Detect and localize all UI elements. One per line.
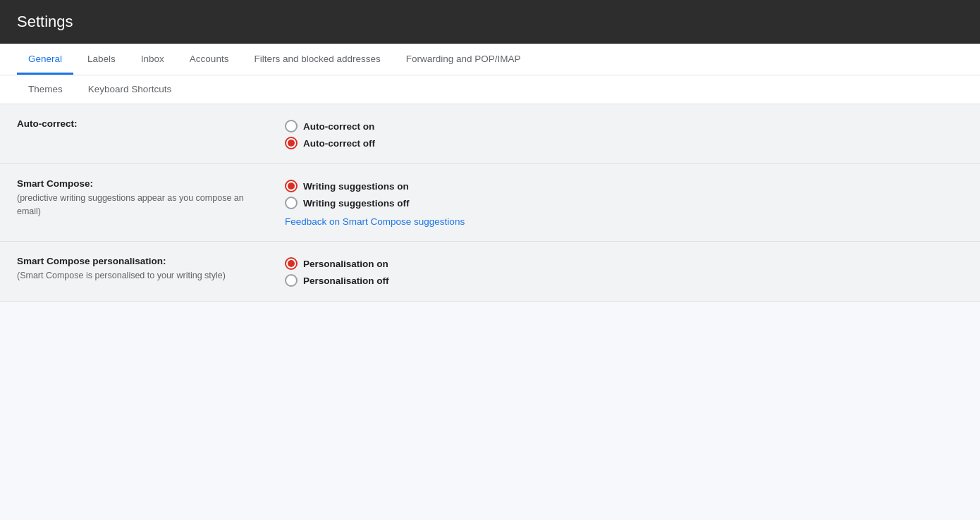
autocorrect-on-radio[interactable] [285,120,298,132]
settings-content: Auto-correct: Auto-correct on Auto-corre… [0,104,980,302]
autocorrect-label: Auto-correct: [17,118,264,129]
writing-off-label[interactable]: Writing suggestions off [303,198,410,209]
personalisation-off-radio[interactable] [285,274,298,287]
secondary-tab-bar: Themes Keyboard Shortcuts [0,75,980,104]
page-title: Settings [17,13,73,30]
tab-filters[interactable]: Filters and blocked addresses [243,44,391,75]
personalisation-on-radio[interactable] [285,257,298,270]
autocorrect-on-option[interactable]: Auto-correct on [285,120,375,132]
autocorrect-off-radio[interactable] [285,137,298,149]
personalisation-on-label[interactable]: Personalisation on [303,259,388,269]
smart-compose-options: Writing suggestions on Writing suggestio… [285,178,465,227]
autocorrect-on-label[interactable]: Auto-correct on [303,121,374,132]
autocorrect-off-option[interactable]: Auto-correct off [285,137,375,149]
smart-compose-label: Smart Compose: [17,178,264,189]
writing-on-option[interactable]: Writing suggestions on [285,180,465,192]
tab-general[interactable]: General [17,44,73,75]
personalisation-description: (Smart Compose is personalised to your w… [17,269,264,283]
autocorrect-options: Auto-correct on Auto-correct off [285,118,375,149]
personalisation-label-col: Smart Compose personalisation: (Smart Co… [17,256,285,283]
smart-compose-label-col: Smart Compose: (predictive writing sugge… [17,178,285,218]
autocorrect-off-label[interactable]: Auto-correct off [303,138,375,149]
tab-forwarding[interactable]: Forwarding and POP/IMAP [395,44,532,75]
personalisation-off-option[interactable]: Personalisation off [285,274,389,287]
personalisation-on-option[interactable]: Personalisation on [285,257,389,270]
tab-labels[interactable]: Labels [76,44,127,75]
writing-on-label[interactable]: Writing suggestions on [303,181,409,192]
primary-tab-bar: General Labels Inbox Accounts Filters an… [0,44,980,75]
autocorrect-setting-row: Auto-correct: Auto-correct on Auto-corre… [0,104,980,164]
personalisation-options: Personalisation on Personalisation off [285,256,389,287]
tab-themes[interactable]: Themes [17,75,74,104]
settings-header: Settings [0,0,980,44]
writing-off-radio[interactable] [285,197,298,209]
smart-compose-description: (predictive writing suggestions appear a… [17,192,264,218]
personalisation-off-label[interactable]: Personalisation off [303,276,389,286]
smart-compose-personalisation-row: Smart Compose personalisation: (Smart Co… [0,242,980,302]
tab-accounts[interactable]: Accounts [178,44,240,75]
smart-compose-feedback-link[interactable]: Feedback on Smart Compose suggestions [285,216,465,227]
tab-inbox[interactable]: Inbox [130,44,176,75]
personalisation-label: Smart Compose personalisation: [17,256,264,266]
autocorrect-label-col: Auto-correct: [17,118,285,129]
writing-off-option[interactable]: Writing suggestions off [285,197,465,209]
writing-on-radio[interactable] [285,180,298,192]
tab-keyboard-shortcuts[interactable]: Keyboard Shortcuts [77,75,183,104]
smart-compose-setting-row: Smart Compose: (predictive writing sugge… [0,164,980,242]
